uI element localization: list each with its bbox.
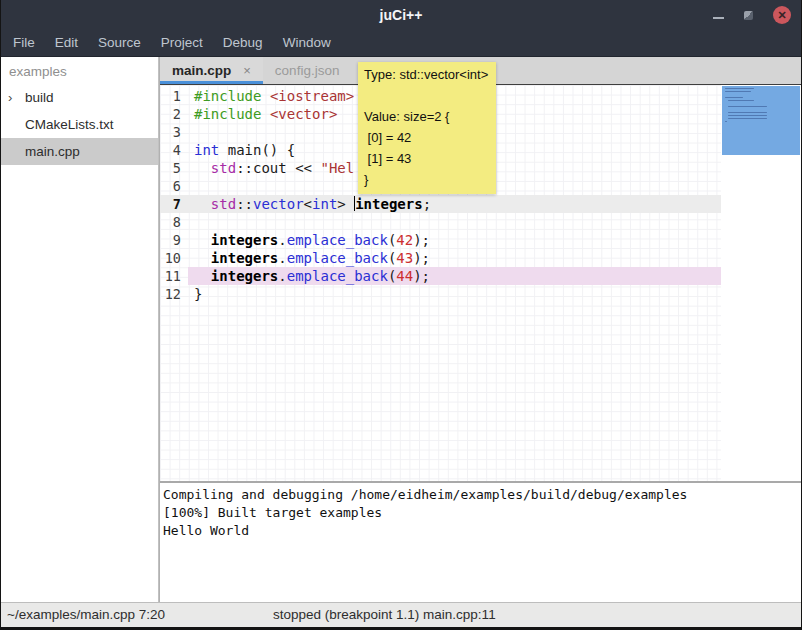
code-text: } — [188, 285, 721, 303]
close-button[interactable]: ✕ — [773, 6, 791, 24]
minimap-code-line — [728, 100, 754, 102]
sidebar-item-build[interactable]: ›build — [1, 84, 158, 111]
output-panel: Compiling and debugging /home/eidheim/ex… — [160, 483, 801, 602]
output-line: Hello World — [163, 522, 801, 540]
tab-label: main.cpp — [172, 63, 231, 78]
minimap-code-line — [728, 112, 767, 114]
output-line: [100%] Built target examples — [163, 504, 801, 522]
project-name-header: examples — [1, 57, 158, 84]
tab-close-icon[interactable]: × — [243, 63, 251, 78]
debug-value-tooltip: Type: std::vector<int>Value: size=2 { [0… — [358, 62, 496, 194]
code-text: integers.emplace_back(42); — [188, 231, 721, 249]
tooltip-line: Type: std::vector<int> — [364, 64, 488, 85]
menu-bar: FileEditSourceProjectDebugWindow — [1, 30, 801, 57]
tooltip-line — [364, 85, 488, 106]
menu-item-project[interactable]: Project — [151, 30, 213, 56]
line-number: 5 — [160, 159, 188, 177]
tooltip-line: Value: size=2 { — [364, 106, 488, 127]
line-number: 8 — [160, 213, 188, 231]
sidebar-item-label: CMakeLists.txt — [25, 117, 114, 132]
status-file-position: ~/examples/main.cpp 7:20 — [7, 603, 165, 627]
code-line-7[interactable]: 7 std::vector<int> integers; — [160, 195, 721, 213]
code-text: integers.emplace_back(44); — [188, 267, 721, 285]
window-titlebar[interactable]: juCi++ ✕ — [1, 0, 801, 30]
minimap-code-line — [725, 97, 743, 99]
line-number: 6 — [160, 177, 188, 195]
minimap-code-line — [728, 118, 767, 120]
line-number: 7 — [160, 195, 188, 213]
line-number: 3 — [160, 123, 188, 141]
menu-item-file[interactable]: File — [3, 30, 45, 56]
line-number: 12 — [160, 285, 188, 303]
close-icon: ✕ — [777, 9, 786, 21]
minimap-viewport[interactable] — [722, 86, 800, 155]
output-line: Compiling and debugging /home/eidheim/ex… — [163, 486, 801, 504]
code-text — [188, 213, 721, 231]
line-number: 10 — [160, 249, 188, 267]
sidebar-item-main-cpp[interactable]: main.cpp — [1, 138, 158, 165]
code-line-11[interactable]: 11 integers.emplace_back(44); — [160, 267, 721, 285]
file-tree: ›buildCMakeLists.txtmain.cpp — [1, 84, 158, 165]
sidebar-item-cmakelists-txt[interactable]: CMakeLists.txt — [1, 111, 158, 138]
minimap-code-line — [728, 115, 767, 117]
menu-item-debug[interactable]: Debug — [213, 30, 273, 56]
menu-item-window[interactable]: Window — [273, 30, 341, 56]
minimize-button[interactable] — [713, 17, 724, 19]
tooltip-line: [0] = 42 — [364, 127, 488, 148]
minimap-code-line — [725, 91, 751, 93]
menu-item-source[interactable]: Source — [88, 30, 151, 56]
sidebar-item-label: build — [25, 90, 54, 105]
minimap[interactable] — [721, 85, 801, 481]
code-line-10[interactable]: 10 integers.emplace_back(43); — [160, 249, 721, 267]
tooltip-line: [1] = 43 — [364, 148, 488, 169]
window-title: juCi++ — [1, 0, 801, 30]
code-text: std::vector<int> integers; — [188, 195, 721, 213]
minimap-code-line — [725, 121, 727, 123]
code-text: integers.emplace_back(43); — [188, 249, 721, 267]
tab-config-json[interactable]: config.json — [263, 57, 352, 84]
tab-label: config.json — [275, 63, 340, 78]
code-line-12[interactable]: 12} — [160, 285, 721, 303]
status-bar: ~/examples/main.cpp 7:20 stopped (breakp… — [1, 602, 801, 627]
line-number: 11 — [160, 267, 188, 285]
minimap-code-line — [728, 106, 767, 108]
code-line-8[interactable]: 8 — [160, 213, 721, 231]
minimap-code-line — [725, 88, 754, 90]
line-number: 9 — [160, 231, 188, 249]
line-number: 1 — [160, 87, 188, 105]
code-line-9[interactable]: 9 integers.emplace_back(42); — [160, 231, 721, 249]
line-number: 2 — [160, 105, 188, 123]
project-sidebar: examples ›buildCMakeLists.txtmain.cpp — [1, 57, 158, 602]
status-debug-state: stopped (breakpoint 1.1) main.cpp:11 — [273, 603, 496, 627]
app-window: juCi++ ✕ FileEditSourceProjectDebugWindo… — [0, 0, 802, 630]
sidebar-item-label: main.cpp — [25, 144, 80, 159]
chevron-right-icon[interactable]: › — [8, 84, 12, 111]
line-number: 4 — [160, 141, 188, 159]
maximize-button[interactable] — [744, 11, 753, 20]
tab-main-cpp[interactable]: main.cpp× — [160, 57, 263, 84]
window-controls: ✕ — [713, 0, 791, 30]
tooltip-line: } — [364, 169, 488, 190]
menu-item-edit[interactable]: Edit — [45, 30, 88, 56]
